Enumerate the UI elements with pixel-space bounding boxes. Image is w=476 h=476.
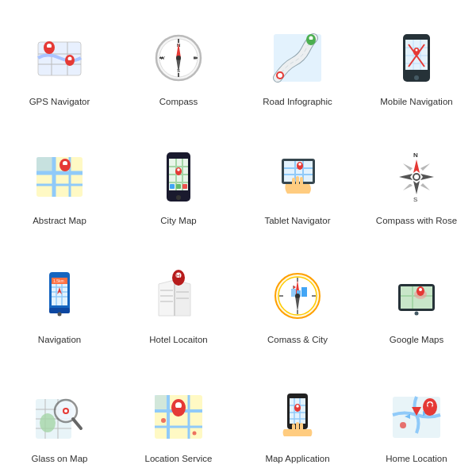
abstract-map-label: Abstract Map: [33, 215, 86, 227]
road-infographic-icon: [266, 26, 329, 90]
svg-rect-166: [428, 405, 432, 408]
svg-point-168: [400, 422, 406, 428]
home-location-label: Home Location: [386, 453, 447, 465]
svg-point-29: [278, 73, 282, 78]
hotel-location-label: Hotel Locaiton: [149, 334, 208, 346]
icon-cell-compass[interactable]: N S E W Compass: [119, 0, 238, 119]
svg-point-63: [176, 195, 181, 200]
icon-cell-road-infographic[interactable]: Road Infographic: [238, 0, 357, 119]
icon-cell-map-application[interactable]: Map Application: [238, 357, 357, 476]
svg-marker-80: [420, 163, 430, 173]
svg-point-146: [161, 418, 166, 423]
compass-city-icon: [266, 264, 329, 328]
road-infographic-label: Road Infographic: [263, 96, 332, 108]
svg-rect-142: [155, 395, 168, 411]
icon-cell-compass-rose[interactable]: N S Compass with Rose: [357, 119, 476, 238]
tablet-navigator-label: Tablet Navigator: [264, 215, 330, 227]
svg-marker-81: [403, 181, 413, 190]
gps-navigator-icon: [28, 26, 91, 90]
compass-city-label: Comass & City: [267, 334, 328, 346]
svg-marker-82: [420, 181, 430, 190]
compass-rose-icon: N S: [385, 145, 448, 209]
svg-point-144: [175, 402, 182, 409]
city-map-icon: [147, 145, 210, 209]
svg-point-147: [193, 432, 197, 436]
compass-icon: N S E W: [147, 26, 210, 90]
svg-line-138: [73, 419, 81, 428]
svg-text:S: S: [413, 196, 417, 203]
icon-grid: GPS Navigator N S E W: [0, 0, 476, 476]
svg-rect-60: [170, 184, 175, 189]
icon-cell-hotel-location[interactable]: H Hotel Locaiton: [119, 238, 238, 357]
mobile-navigation-label: Mobile Navigation: [380, 96, 452, 108]
icon-cell-google-maps[interactable]: Google Maps: [357, 238, 476, 357]
svg-point-43: [414, 75, 419, 80]
svg-text:1.5km: 1.5km: [53, 278, 64, 283]
mobile-navigation-icon: [385, 26, 448, 90]
svg-marker-78: [420, 174, 434, 180]
svg-point-96: [58, 313, 62, 317]
svg-marker-79: [403, 163, 413, 173]
glass-on-map-icon: [28, 383, 91, 447]
svg-marker-76: [413, 181, 420, 194]
svg-rect-117: [301, 287, 307, 297]
svg-point-58: [177, 168, 180, 171]
city-map-label: City Map: [160, 215, 196, 227]
svg-point-140: [64, 409, 67, 413]
compass-label: Compass: [159, 96, 198, 108]
svg-marker-75: [413, 159, 420, 173]
svg-rect-62: [182, 184, 187, 189]
tablet-navigator-icon: [266, 145, 329, 209]
svg-rect-61: [176, 184, 181, 189]
svg-point-157: [296, 405, 299, 408]
svg-text:E: E: [194, 56, 197, 60]
svg-point-126: [419, 288, 422, 291]
glass-on-map-label: Glass on Map: [32, 453, 88, 465]
svg-point-84: [414, 175, 419, 179]
navigation-icon: 1.5km: [28, 264, 91, 328]
icon-cell-mobile-navigation[interactable]: Mobile Navigation: [357, 0, 476, 119]
svg-rect-45: [36, 157, 54, 173]
svg-text:N: N: [413, 152, 418, 159]
icon-cell-navigation[interactable]: 1.5km Navigation: [0, 238, 119, 357]
google-maps-label: Google Maps: [390, 334, 443, 346]
icon-cell-glass-on-map[interactable]: Glass on Map: [0, 357, 119, 476]
location-service-label: Location Service: [144, 453, 212, 465]
svg-text:W: W: [160, 56, 165, 60]
google-maps-icon: [385, 264, 448, 328]
location-service-icon: [147, 383, 210, 447]
home-location-icon: [385, 383, 448, 447]
icon-cell-city-map[interactable]: City Map: [119, 119, 238, 238]
svg-point-135: [40, 413, 56, 432]
svg-point-41: [416, 49, 418, 52]
icon-cell-tablet-navigator[interactable]: Tablet Navigator: [238, 119, 357, 238]
map-application-icon: [266, 383, 329, 447]
svg-point-71: [298, 163, 301, 166]
svg-point-120: [295, 294, 300, 298]
icon-cell-location-service[interactable]: Location Service: [119, 357, 238, 476]
map-application-label: Map Application: [265, 453, 329, 465]
icon-cell-abstract-map[interactable]: Abstract Map: [0, 119, 119, 238]
compass-rose-label: Compass with Rose: [376, 215, 457, 227]
svg-point-26: [309, 36, 313, 40]
svg-point-9: [68, 57, 72, 61]
svg-text:H: H: [176, 273, 180, 278]
icon-cell-compass-city[interactable]: Comass & City: [238, 238, 357, 357]
icon-cell-home-location[interactable]: Home Location: [357, 357, 476, 476]
svg-point-23: [176, 56, 181, 60]
svg-marker-77: [399, 174, 413, 180]
navigation-label: Navigation: [38, 334, 81, 346]
abstract-map-icon: [28, 145, 91, 209]
gps-navigator-label: GPS Navigator: [29, 96, 90, 108]
svg-point-128: [415, 312, 419, 316]
hotel-location-icon: H: [147, 264, 210, 328]
icon-cell-gps-navigator[interactable]: GPS Navigator: [0, 0, 119, 119]
